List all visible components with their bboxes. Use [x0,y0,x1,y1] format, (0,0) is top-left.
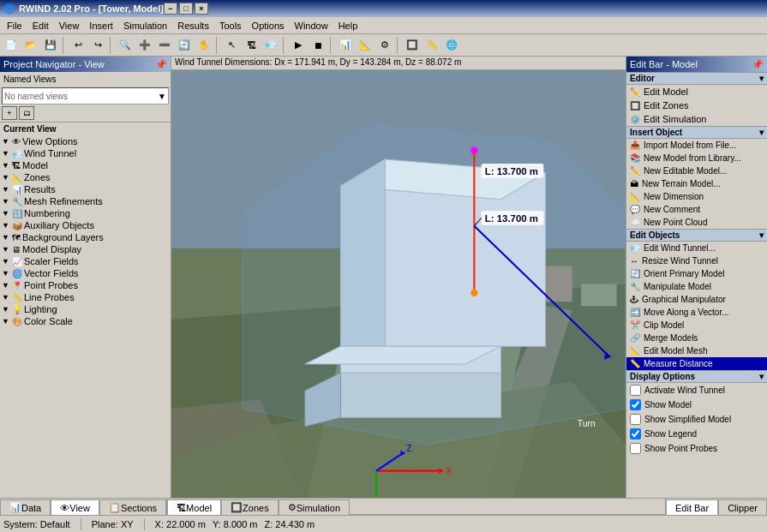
manipulate-model-item[interactable]: 🔧 Manipulate Model [626,280,767,293]
show-model-check[interactable] [630,399,641,410]
right-bottom-tabs: Edit Bar Clipper [665,499,767,515]
stop-sim[interactable]: ⏹ [309,36,327,55]
edit-objects-collapse-icon[interactable]: ▾ [759,230,764,240]
tree-item-zones[interactable]: ▼ 📐 Zones [0,171,171,183]
move-along-vector-item[interactable]: ➡️ Move Along a Vector... [626,306,767,319]
open-button[interactable]: 📂 [21,36,40,55]
show-simplified-item[interactable]: Show Simplified Model [626,412,767,427]
pan[interactable]: ✋ [195,36,213,55]
tb-extra1[interactable]: 🔲 [403,36,422,55]
minimize-button[interactable]: − [164,3,177,15]
merge-models-item[interactable]: 🔗 Merge Models [626,332,767,344]
zoom-out[interactable]: ➖ [155,36,174,55]
new-pointcloud-item[interactable]: ☁️ New Point Cloud [626,216,767,229]
graphical-icon: 🕹 [630,295,638,304]
edit-bar-pin[interactable]: 📌 [752,59,764,70]
tab-view[interactable]: 👁 View [51,499,99,515]
tree-item-results[interactable]: ▼ 📊 Results [0,183,171,195]
tab-sections[interactable]: 📋 Sections [99,499,166,515]
tree-item-background-layers[interactable]: ▼ 🗺 Background Layers [0,231,171,243]
tab-model[interactable]: 🏗 Model [167,499,221,515]
tree-item-view-options[interactable]: ▼ 👁 View Options [0,135,171,147]
menu-item-simulation[interactable]: Simulation [118,19,172,33]
save-button[interactable]: 💾 [41,36,60,55]
edit-model-item[interactable]: ✏️ Edit Model [626,85,767,99]
menu-item-file[interactable]: File [2,19,27,33]
tree-item-line-probes[interactable]: ▼ 📏 Line Probes [0,291,171,303]
new-model-library-item[interactable]: 📚 New Model from Library... [626,152,767,164]
activate-wind-tunnel-check[interactable] [630,385,641,396]
close-button[interactable]: × [195,3,208,15]
clip-model-item[interactable]: ✂️ Clip Model [626,319,767,332]
insert-collapse-icon[interactable]: ▾ [759,128,764,137]
menu-item-tools[interactable]: Tools [214,19,247,33]
tab-zones[interactable]: 🔲 Zones [221,499,279,515]
menu-item-view[interactable]: View [54,19,85,33]
tree-item-numbering[interactable]: ▼ 🔢 Numbering [0,207,171,219]
mesh[interactable]: 📐 [356,36,375,55]
resize-wind-tunnel-item[interactable]: ↔️ Resize Wind Tunnel [626,254,767,267]
display-collapse-icon[interactable]: ▾ [759,372,764,381]
tree-item-point-probes[interactable]: ▼ 📍 Point Probes [0,279,171,291]
tree-item-model-display[interactable]: ▼ 🖥 Model Display [0,243,171,255]
named-views-dropdown[interactable]: No named views ▼ [2,87,169,105]
3d-viewport[interactable]: X Y Z L: 13.700 m L: 13.700 m [171,70,626,498]
section-collapse-icon[interactable]: ▾ [759,74,764,83]
tree-item-model[interactable]: ▼ 🏗 Model [0,159,171,171]
tab-edit-bar[interactable]: Edit Bar [666,499,718,515]
menu-item-insert[interactable]: Insert [84,19,118,33]
restore-button[interactable]: □ [179,3,193,15]
settings[interactable]: ⚙ [375,36,394,55]
new-dimension-item[interactable]: 📐 New Dimension [626,190,767,203]
orient-primary-item[interactable]: 🔄 Orient Primary Model [626,267,767,280]
new-comment-item[interactable]: 💬 New Comment [626,203,767,216]
tb-extra3[interactable]: 🌐 [442,36,461,55]
tree-item-wind-tunnel[interactable]: ▼ 💨 Wind Tunnel [0,147,171,159]
new-editable-model-item[interactable]: ✏️ New Editable Model... [626,164,767,177]
new-button[interactable]: 📄 [2,36,21,55]
zoom-in[interactable]: ➕ [135,36,154,55]
tree-item-mesh-refinements[interactable]: ▼ 🔧 Mesh Refinements [0,195,171,207]
nav-pin[interactable]: 📌 [155,59,167,70]
show-model-item[interactable]: Show Model [626,398,767,412]
redo-button[interactable]: ↪ [88,36,107,55]
tree-item-color-scale[interactable]: ▼ 🎨 Color Scale [0,315,171,327]
results[interactable]: 📊 [336,36,355,55]
tab-clipper[interactable]: Clipper [718,499,767,515]
graphical-manip-item[interactable]: 🕹 Graphical Manipulator [626,293,767,306]
manage-views-button[interactable]: 🗂 [19,106,34,120]
new-terrain-item[interactable]: 🏔 New Terrain Model... [626,177,767,190]
tree-item-auxiliary-objects[interactable]: ▼ 📦 Auxiliary Objects [0,219,171,231]
tree-item-scaler-fields[interactable]: ▼ 📈 Scaler Fields [0,255,171,267]
edit-wind-tunnel-item[interactable]: 💨 Edit Wind Tunnel... [626,242,767,254]
model-view[interactable]: 🏗 [242,36,261,55]
undo-button[interactable]: ↩ [69,36,87,55]
show-point-probes-item[interactable]: Show Point Probes [626,441,767,456]
tree-item-lighting[interactable]: ▼ 💡 Lighting [0,303,171,315]
tab-simulation[interactable]: ⚙ Simulation [279,499,350,515]
activate-wind-tunnel-item[interactable]: Activate Wind Tunnel [626,383,767,398]
edit-simulation-item[interactable]: ⚙️ Edit Simulation [626,112,767,126]
add-named-view-button[interactable]: + [2,106,17,120]
menu-item-help[interactable]: Help [333,19,363,33]
show-legend-item[interactable]: Show Legend [626,427,767,441]
tree-item-vector-fields[interactable]: ▼ 🌀 Vector Fields [0,267,171,279]
edit-zones-item[interactable]: 🔲 Edit Zones [626,99,767,112]
select[interactable]: ↖ [222,36,241,55]
edit-model-mesh-item[interactable]: 📐 Edit Model Mesh [626,344,767,357]
measure-distance-item[interactable]: 📏 Measure Distance [626,357,767,370]
show-legend-check[interactable] [630,428,641,439]
show-point-probes-check[interactable] [630,443,641,454]
zoom-fit[interactable]: 🔍 [116,36,135,55]
menu-item-results[interactable]: Results [172,19,214,33]
rotate[interactable]: 🔄 [175,36,194,55]
menu-item-edit[interactable]: Edit [27,19,54,33]
show-simplified-check[interactable] [630,414,641,425]
run-sim[interactable]: ▶ [289,36,308,55]
wind-view[interactable]: 💨 [261,36,280,55]
tab-data[interactable]: 📊 Data [0,499,51,515]
import-model-item[interactable]: 📥 Import Model from File... [626,139,767,152]
menu-item-options[interactable]: Options [247,19,290,33]
menu-item-window[interactable]: Window [290,19,333,33]
tb-extra2[interactable]: 📏 [422,36,441,55]
